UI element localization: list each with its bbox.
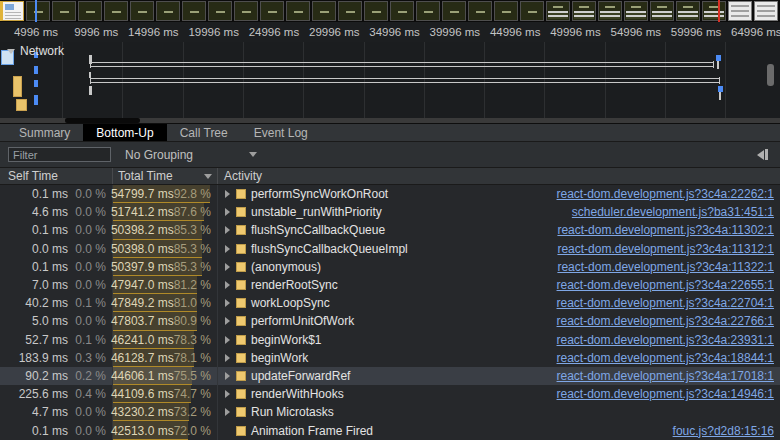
table-row[interactable]: 0.1 ms0.0 %50397.9 ms85.3 %(anonymous)re…: [0, 258, 780, 276]
filmstrip-frame[interactable]: [364, 1, 388, 21]
filmstrip-frame[interactable]: [520, 1, 544, 21]
source-location-link[interactable]: scheduler.development.js?ba31:451:1: [572, 205, 774, 219]
network-request-bar[interactable]: [16, 99, 27, 111]
table-row[interactable]: 4.6 ms0.0 %51741.2 ms87.6 %unstable_runW…: [0, 203, 780, 221]
source-location-link[interactable]: react-dom.development.js?3c4a:22655:1: [557, 278, 774, 292]
expand-arrow-icon[interactable]: [223, 245, 231, 253]
filmstrip-frame[interactable]: [416, 1, 440, 21]
table-row[interactable]: 90.2 ms0.2 %44606.1 ms75.5 %updateForwar…: [0, 367, 780, 385]
filmstrip-frame[interactable]: [130, 1, 154, 21]
network-request-whisker[interactable]: [90, 78, 720, 83]
network-request-bar[interactable]: [34, 80, 38, 87]
expand-arrow-icon[interactable]: [223, 317, 231, 325]
timeline-ruler[interactable]: 4996 ms9996 ms14996 ms19996 ms24996 ms29…: [0, 22, 780, 42]
source-location-link[interactable]: react-dom.development.js?3c4a:11322:1: [557, 260, 774, 274]
network-scrollbar[interactable]: [767, 64, 774, 86]
network-request-bar[interactable]: [717, 61, 719, 69]
table-row[interactable]: 0.1 ms0.0 %42513.0 ms72.0 %Animation Fra…: [0, 421, 780, 439]
filmstrip-frame[interactable]: [442, 1, 466, 21]
expand-arrow-icon[interactable]: [223, 390, 231, 398]
filmstrip-frame[interactable]: [728, 1, 752, 21]
filmstrip-frame[interactable]: [676, 1, 700, 21]
filmstrip-frame[interactable]: [260, 1, 284, 21]
grouping-select[interactable]: No Grouping: [125, 148, 257, 162]
source-location-link[interactable]: react-dom.development.js?3c4a:22262:1: [557, 187, 774, 201]
tab-call-tree[interactable]: Call Tree: [167, 124, 241, 141]
column-header-activity[interactable]: Activity: [218, 168, 780, 184]
filmstrip-frame[interactable]: [0, 1, 24, 21]
filmstrip-frame[interactable]: [208, 1, 232, 21]
filmstrip-frame[interactable]: [390, 1, 414, 21]
tab-bottom-up[interactable]: Bottom-Up: [83, 124, 166, 141]
self-time-percent: 0.0 %: [68, 205, 112, 219]
filmstrip-frame[interactable]: [52, 1, 76, 21]
filmstrip-frame[interactable]: [26, 1, 50, 21]
filmstrip-frame[interactable]: [468, 1, 492, 21]
network-track-header[interactable]: Network: [7, 44, 64, 58]
table-row[interactable]: 0.1 ms0.0 %54799.7 ms92.8 %performSyncWo…: [0, 185, 780, 203]
tab-summary[interactable]: Summary: [6, 124, 83, 141]
expand-arrow-icon[interactable]: [223, 226, 231, 234]
show-sidebar-button[interactable]: [757, 149, 768, 160]
expand-arrow-icon[interactable]: [223, 372, 231, 380]
filmstrip-frame[interactable]: [754, 1, 778, 21]
expand-arrow-icon[interactable]: [223, 354, 231, 362]
table-row[interactable]: 183.9 ms0.3 %46128.7 ms78.1 %beginWorkre…: [0, 349, 780, 367]
source-location-link[interactable]: fouc.js?d2d8:15:16: [673, 424, 774, 438]
filmstrip-frame[interactable]: [624, 1, 648, 21]
self-time-percent: 0.0 %: [68, 260, 112, 274]
expand-arrow-icon[interactable]: [223, 281, 231, 289]
filmstrip-frame[interactable]: [104, 1, 128, 21]
collapse-triangle-icon[interactable]: [7, 49, 15, 54]
filmstrip-frame[interactable]: [494, 1, 518, 21]
network-request-bar[interactable]: [13, 76, 22, 97]
source-location-link[interactable]: react-dom.development.js?3c4a:11312:1: [557, 242, 774, 256]
filmstrip-frame[interactable]: [156, 1, 180, 21]
filmstrip-frame[interactable]: [546, 1, 570, 21]
filmstrip-frame[interactable]: [650, 1, 674, 21]
filmstrip-frame[interactable]: [312, 1, 336, 21]
filmstrip-frame[interactable]: [338, 1, 362, 21]
network-request-whisker[interactable]: [90, 62, 714, 67]
source-location-link[interactable]: react-dom.development.js?3c4a:22704:1: [557, 296, 774, 310]
network-track[interactable]: Network: [0, 42, 780, 118]
filmstrip-frame[interactable]: [286, 1, 310, 21]
filmstrip-frame[interactable]: [182, 1, 206, 21]
table-row[interactable]: 5.0 ms0.0 %47803.7 ms80.9 %performUnitOf…: [0, 312, 780, 330]
column-header-total-time[interactable]: Total Time: [113, 168, 218, 184]
table-row[interactable]: 0.0 ms0.0 %50398.0 ms85.3 %flushSyncCall…: [0, 240, 780, 258]
table-row[interactable]: 52.7 ms0.1 %46241.0 ms78.3 %beginWork$1r…: [0, 331, 780, 349]
tab-event-log[interactable]: Event Log: [241, 124, 321, 141]
expand-arrow-icon[interactable]: [223, 263, 231, 271]
expand-arrow-icon[interactable]: [223, 336, 231, 344]
column-header-self-time[interactable]: Self Time: [0, 168, 113, 184]
network-request-bar[interactable]: [719, 92, 721, 100]
network-request-bar[interactable]: [34, 66, 38, 74]
source-location-link[interactable]: react-dom.development.js?3c4a:14946:1: [557, 387, 774, 401]
table-row[interactable]: 40.2 ms0.1 %47849.2 ms81.0 %workLoopSync…: [0, 294, 780, 312]
expand-arrow-icon[interactable]: [223, 190, 231, 198]
network-request-bar[interactable]: [34, 95, 38, 105]
filmstrip-frame[interactable]: [572, 1, 596, 21]
table-row[interactable]: 4.7 ms0.0 %43230.2 ms73.2 %Run Microtask…: [0, 403, 780, 421]
filmstrip-frame[interactable]: [234, 1, 258, 21]
activity-cell: performUnitOfWorkreact-dom.development.j…: [218, 312, 780, 330]
total-time-ms: 47849.2 ms: [111, 296, 174, 310]
source-location-link[interactable]: react-dom.development.js?3c4a:17018:1: [557, 369, 774, 383]
filmstrip-frame[interactable]: [702, 1, 726, 21]
network-request-bar[interactable]: [89, 86, 92, 95]
filmstrip-track[interactable]: [0, 0, 780, 22]
expand-arrow-icon[interactable]: [223, 408, 231, 416]
expand-arrow-icon[interactable]: [223, 299, 231, 307]
source-location-link[interactable]: react-dom.development.js?3c4a:11302:1: [557, 223, 774, 237]
source-location-link[interactable]: react-dom.development.js?3c4a:22766:1: [557, 314, 774, 328]
source-location-link[interactable]: react-dom.development.js?3c4a:23931:1: [557, 333, 774, 347]
table-row[interactable]: 7.0 ms0.0 %47947.0 ms81.2 %renderRootSyn…: [0, 276, 780, 294]
filmstrip-frame[interactable]: [598, 1, 622, 21]
filmstrip-frame[interactable]: [78, 1, 102, 21]
table-row[interactable]: 225.6 ms0.4 %44109.6 ms74.7 %renderWithH…: [0, 385, 780, 403]
source-location-link[interactable]: react-dom.development.js?3c4a:18844:1: [557, 351, 774, 365]
table-row[interactable]: 0.1 ms0.0 %50398.2 ms85.3 %flushSyncCall…: [0, 221, 780, 239]
expand-arrow-icon[interactable]: [223, 208, 231, 216]
filter-input[interactable]: [8, 147, 111, 162]
